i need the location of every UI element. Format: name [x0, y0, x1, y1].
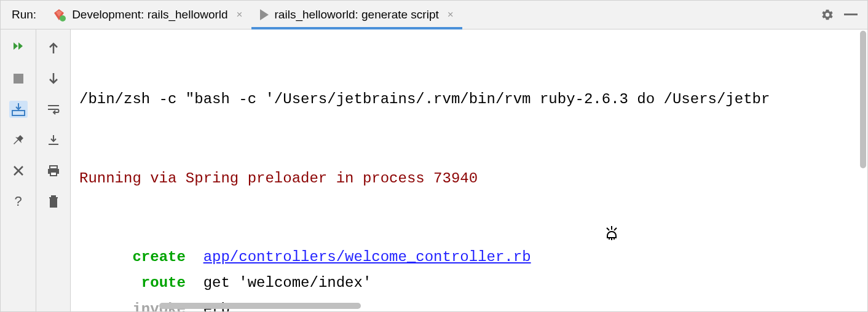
toolbar-secondary — [36, 29, 71, 311]
svg-rect-3 — [12, 111, 25, 115]
rerun-button[interactable] — [9, 39, 28, 57]
arrow-up-button[interactable] — [44, 39, 63, 57]
trash-button[interactable] — [44, 193, 63, 210]
action-create: create — [132, 249, 185, 265]
close-icon[interactable]: × — [237, 9, 243, 21]
file-link[interactable]: app/controllers/welcome_controller.rb — [203, 249, 531, 265]
tab-development-rails-helloworld[interactable]: Development: rails_helloworld× — [44, 1, 251, 29]
scrollbar-thumb-horizontal[interactable] — [159, 303, 361, 309]
console-line: create app/controllers/welcome_controlle… — [79, 244, 864, 271]
toolwindow-header: Run: Development: rails_helloworld×rails… — [1, 1, 867, 29]
console-text: get 'welcome/index' — [203, 275, 372, 291]
console-output[interactable]: /bin/zsh -c "bash -c '/Users/jetbrains/.… — [71, 29, 867, 311]
scrollbar-thumb-vertical[interactable] — [860, 31, 866, 168]
svg-point-0 — [60, 15, 66, 21]
gear-icon[interactable] — [821, 8, 834, 21]
action-route: route — [141, 275, 186, 291]
hide-icon[interactable] — [844, 14, 858, 16]
scrollbar-horizontal[interactable] — [159, 302, 867, 309]
close-icon[interactable]: × — [448, 9, 454, 21]
console-line: route get 'welcome/index' — [79, 270, 864, 297]
play-icon — [260, 9, 269, 20]
toolwindow-title: Run: — [1, 1, 44, 29]
main-area: ? /bin/zsh -c "bash -c '/Users/jetbrains… — [1, 29, 867, 311]
console-cmd-line: /bin/zsh -c "bash -c '/Users/jetbrains/.… — [79, 87, 864, 113]
ruby-icon — [52, 8, 66, 21]
tab-label: rails_helloworld: generate script — [275, 8, 439, 21]
print-button[interactable] — [44, 162, 63, 179]
scroll-end-button[interactable] — [44, 131, 63, 149]
svg-rect-4 — [50, 166, 57, 169]
toolbar-primary: ? — [1, 29, 36, 311]
tab-rails-helloworld-generate-script[interactable]: rails_helloworld: generate script× — [251, 1, 462, 29]
svg-rect-2 — [14, 74, 23, 84]
soft-wrap-button[interactable] — [44, 101, 63, 118]
help-button[interactable]: ? — [9, 193, 28, 210]
tabs-container: Development: rails_helloworld×rails_hell… — [44, 1, 811, 29]
close-button[interactable] — [9, 162, 28, 179]
svg-rect-1 — [844, 14, 858, 15]
dump-button[interactable] — [9, 101, 28, 118]
header-actions — [811, 1, 867, 29]
scrollbar-vertical[interactable] — [859, 31, 866, 203]
console-spring-line: Running via Spring preloader in process … — [79, 166, 864, 192]
tab-label: Development: rails_helloworld — [72, 8, 227, 21]
pin-button[interactable] — [9, 131, 28, 149]
svg-rect-6 — [50, 172, 57, 176]
stop-button[interactable] — [9, 70, 28, 87]
arrow-down-button[interactable] — [44, 70, 63, 87]
